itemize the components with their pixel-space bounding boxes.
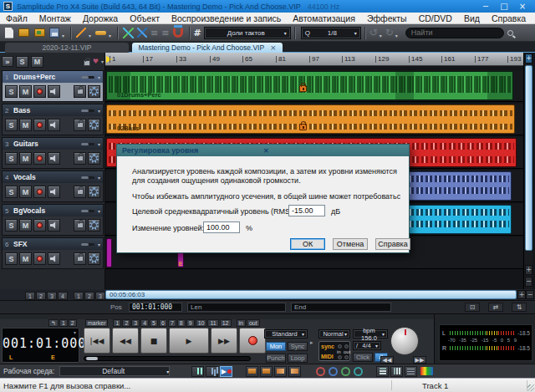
- track-plugins-button[interactable]: [88, 252, 100, 265]
- marker-5[interactable]: 5: [150, 319, 158, 327]
- track-header-4[interactable]: 4Vocals▾ S M: [2, 171, 104, 202]
- tempo-mode-dropdown[interactable]: Normal▾: [318, 329, 350, 339]
- end-field[interactable]: End: [291, 303, 391, 312]
- marker-7[interactable]: 7: [168, 319, 176, 327]
- track-solo-button[interactable]: S: [5, 186, 18, 198]
- quantize-dropdown[interactable]: Q 1/8 ▾: [301, 27, 361, 39]
- scroll-mode-icon[interactable]: ⇄: [488, 303, 503, 312]
- scrub-slider[interactable]: [84, 356, 251, 361]
- vertical-mode-icon[interactable]: ⇅: [512, 303, 527, 312]
- time-display[interactable]: ▾ 001:01:000 L E: [2, 328, 79, 363]
- track-header-5[interactable]: 5BgVocals▾ S M: [2, 204, 104, 236]
- new-project-icon[interactable]: [5, 28, 13, 38]
- search-icon[interactable]: [507, 30, 513, 36]
- punch-out-button[interactable]: out: [247, 319, 260, 327]
- global-solo-button[interactable]: S: [16, 56, 28, 68]
- track-mute-button[interactable]: M: [19, 85, 32, 98]
- cancel-button[interactable]: Отмена: [333, 238, 368, 250]
- track-volume-slider[interactable]: [81, 143, 94, 145]
- horizontal-scrollbar[interactable]: 00:05:06:03: [105, 290, 517, 299]
- track-record-button[interactable]: [33, 119, 46, 131]
- vertical-zoom-out-button[interactable]: −: [525, 277, 532, 287]
- track-caret-icon[interactable]: ▾: [98, 208, 100, 214]
- list-view-icon[interactable]: ≡: [150, 28, 158, 38]
- track-lane-2[interactable]: 02Bass: [105, 104, 523, 135]
- rms-input[interactable]: [288, 205, 325, 216]
- track-solo-button[interactable]: S: [5, 152, 18, 165]
- import-icon[interactable]: [34, 28, 45, 37]
- zoom-preset-3[interactable]: 3: [95, 292, 105, 300]
- view-red-icon[interactable]: [316, 367, 325, 376]
- grid-view-icon[interactable]: [405, 366, 417, 377]
- track-header-3[interactable]: 3Guitars▾ S M: [2, 137, 104, 169]
- record-mode-dropdown[interactable]: Standard▾: [264, 329, 308, 339]
- open-folder-icon[interactable]: [18, 28, 29, 37]
- track-volume-slider[interactable]: [81, 176, 94, 179]
- maximize-button[interactable]: □: [495, 0, 513, 13]
- track-lane-1[interactable]: 01Drums+Perc: [105, 70, 523, 102]
- save-caret-icon[interactable]: ▾: [62, 33, 64, 38]
- workspace-dropdown[interactable]: Default ▾: [59, 366, 170, 376]
- play-button[interactable]: ▶: [169, 328, 209, 354]
- nudge-right-button[interactable]: ▶▶: [413, 356, 426, 364]
- object-fade-out-icon[interactable]: [288, 366, 301, 377]
- marker-12[interactable]: 12: [220, 319, 232, 327]
- track-record-button[interactable]: [33, 186, 46, 198]
- marker-3[interactable]: 3: [131, 319, 140, 327]
- track-lock-button[interactable]: [74, 186, 86, 198]
- track-monitor-button[interactable]: [48, 152, 60, 165]
- zoom-preset-1[interactable]: 1: [74, 292, 84, 300]
- resize-grip[interactable]: [527, 384, 534, 391]
- vertical-zoom-in-button[interactable]: +: [525, 265, 532, 275]
- track-caret-icon[interactable]: ▾: [98, 141, 100, 147]
- draw-caret-icon[interactable]: ▾: [109, 33, 111, 38]
- track-header-6[interactable]: 6SFX▾ S M: [2, 237, 104, 269]
- track-monitor-button[interactable]: [48, 119, 60, 131]
- stop-button[interactable]: ■: [140, 328, 167, 354]
- mini-1-button[interactable]: 1: [59, 319, 68, 327]
- track-plugins-button[interactable]: [88, 219, 100, 232]
- setup-preset-3[interactable]: 3: [47, 292, 57, 300]
- track-record-button[interactable]: [33, 219, 46, 232]
- dialog-close-icon[interactable]: ×: [263, 146, 405, 155]
- track-plugins-button[interactable]: [88, 119, 100, 131]
- horizontal-zoom-in-button[interactable]: +: [517, 290, 526, 299]
- track-mute-button[interactable]: M: [19, 119, 32, 131]
- menu-file[interactable]: Файл: [0, 13, 33, 24]
- takelist-icon[interactable]: ≡: [161, 28, 169, 38]
- time-format-caret-icon[interactable]: ▾: [74, 329, 76, 335]
- marker-8[interactable]: 8: [177, 319, 186, 327]
- track-name[interactable]: Vocals: [13, 173, 81, 181]
- mini-2-button[interactable]: 2: [69, 319, 77, 327]
- menu-track[interactable]: Дорожка: [77, 13, 124, 24]
- redo-icon[interactable]: ↻: [385, 27, 394, 38]
- setup-preset-2[interactable]: 2: [36, 292, 46, 300]
- loudness-display-icon[interactable]: [420, 367, 433, 375]
- clip-lock-icon[interactable]: [299, 124, 307, 130]
- marker-10[interactable]: 10: [196, 319, 207, 327]
- track-lock-button[interactable]: [74, 119, 86, 131]
- tab-close-icon[interactable]: ×: [270, 43, 277, 52]
- track-mute-button[interactable]: M: [19, 152, 32, 165]
- global-mute-button[interactable]: M: [31, 56, 43, 68]
- track-lock-button[interactable]: [74, 252, 86, 265]
- track-name[interactable]: Drums+Perc: [13, 73, 81, 81]
- track-monitor-button[interactable]: [48, 186, 60, 198]
- level-change-input[interactable]: [203, 221, 240, 233]
- add-track-button[interactable]: +: [525, 53, 532, 64]
- track-name[interactable]: Bass: [13, 106, 81, 115]
- track-solo-button[interactable]: S: [5, 252, 18, 265]
- cut-tool-icon[interactable]: [76, 28, 86, 38]
- track-monitor-button[interactable]: [48, 252, 60, 265]
- split-tool-icon[interactable]: [137, 28, 147, 38]
- bpm-dropdown[interactable]: bpm 156.0▾: [353, 329, 388, 339]
- track-volume-slider[interactable]: [81, 76, 94, 79]
- menu-playback-record[interactable]: Воспроизведение и запись: [166, 13, 287, 24]
- menu-automation[interactable]: Автоматизация: [287, 13, 361, 24]
- vertical-scroll-thumb[interactable]: [525, 65, 532, 251]
- dialog-title-bar[interactable]: Регулировка уровня ×: [117, 145, 409, 156]
- play-record-icon[interactable]: ▶: [220, 366, 232, 377]
- track-monitor-button[interactable]: [48, 85, 60, 98]
- setup-preset-1[interactable]: 1: [25, 292, 35, 300]
- track-caret-icon[interactable]: ▾: [98, 175, 100, 181]
